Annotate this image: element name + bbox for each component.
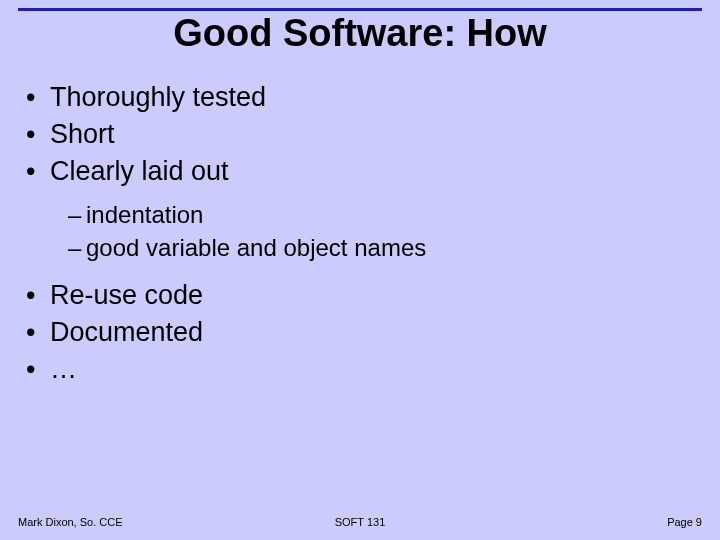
title-rule (18, 8, 702, 11)
bullet-text: Thoroughly tested (50, 82, 266, 112)
bullet-item: •Clearly laid out (26, 154, 686, 189)
bullet-dot-icon: • (26, 278, 50, 313)
bullet-dot-icon: • (26, 80, 50, 115)
bullet-text: … (50, 354, 77, 384)
sub-bullet-group: –indentation –good variable and object n… (26, 199, 686, 264)
bullet-dot-icon: • (26, 315, 50, 350)
bullet-item: •Re-use code (26, 278, 686, 313)
dash-icon: – (68, 232, 86, 264)
bullet-dot-icon: • (26, 117, 50, 152)
footer-page: Page 9 (667, 516, 702, 528)
sub-bullet-text: good variable and object names (86, 234, 426, 261)
bullet-item: •… (26, 352, 686, 387)
slide-body: •Thoroughly tested •Short •Clearly laid … (26, 78, 686, 389)
bullet-text: Clearly laid out (50, 156, 229, 186)
bullet-text: Re-use code (50, 280, 203, 310)
sub-bullet-item: –good variable and object names (68, 232, 686, 264)
bullet-item: •Documented (26, 315, 686, 350)
sub-bullet-item: –indentation (68, 199, 686, 231)
bullet-text: Documented (50, 317, 203, 347)
bullet-item: •Short (26, 117, 686, 152)
slide-title: Good Software: How (0, 12, 720, 55)
bullet-dot-icon: • (26, 154, 50, 189)
footer-course: SOFT 131 (18, 516, 702, 528)
bullet-item: •Thoroughly tested (26, 80, 686, 115)
bullet-dot-icon: • (26, 352, 50, 387)
dash-icon: – (68, 199, 86, 231)
bullet-text: Short (50, 119, 115, 149)
sub-bullet-text: indentation (86, 201, 203, 228)
